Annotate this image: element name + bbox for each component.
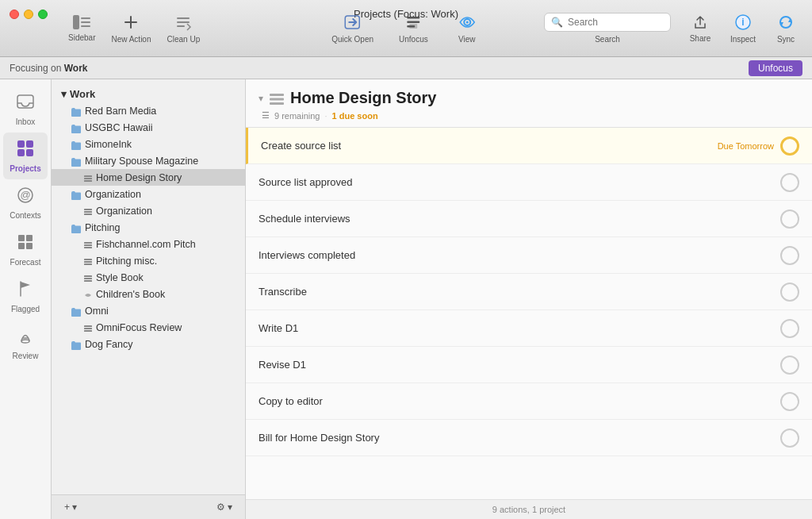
sidebar-button[interactable]: Sidebar — [62, 12, 102, 45]
tree-item-military[interactable]: Military Spouse Magazine — [52, 152, 245, 169]
clean-up-button[interactable]: Clean Up — [161, 10, 207, 47]
content-meta: ☰ 9 remaining · 1 due soon — [262, 110, 799, 121]
tree-item-dog-fancy[interactable]: Dog Fancy — [52, 336, 245, 352]
task-name: Copy to editor — [259, 395, 780, 407]
view-button[interactable]: View — [447, 10, 487, 47]
tree-item-work[interactable]: ▾ Work — [52, 86, 245, 102]
task-name: Source list approved — [259, 176, 780, 188]
folder-icon — [71, 338, 82, 350]
sync-button[interactable]: Sync — [766, 10, 806, 47]
svg-text:i: i — [741, 17, 744, 28]
task-complete-circle[interactable] — [780, 429, 799, 448]
task-name: Revise D1 — [259, 359, 780, 371]
collapse-button[interactable]: ▾ — [259, 93, 263, 104]
svg-point-15 — [465, 21, 468, 23]
svg-rect-8 — [177, 25, 185, 27]
tree-item-childrens-book[interactable]: Children's Book — [52, 286, 245, 302]
task-row-source-approved: Source list approved — [246, 164, 812, 201]
search-box[interactable]: 🔍 — [544, 13, 671, 32]
single-action-icon — [83, 288, 93, 300]
project-title: Home Design Story — [290, 89, 436, 107]
parallel-icon-4 — [83, 255, 93, 267]
inspect-icon: i — [734, 13, 752, 33]
maximize-button[interactable] — [38, 10, 48, 19]
search-toolbar-group: 🔍 Search — [538, 10, 677, 47]
view-icon — [458, 13, 476, 33]
inspect-button[interactable]: i Inspect — [723, 10, 763, 47]
clean-up-icon — [174, 13, 192, 33]
task-name: Write D1 — [259, 322, 780, 334]
svg-rect-47 — [84, 330, 92, 332]
unfocus-button[interactable]: Unfocus — [393, 10, 435, 47]
svg-rect-22 — [26, 149, 33, 156]
sidebar-item-contexts[interactable]: @ Contexts — [3, 179, 48, 226]
sidebar-item-review[interactable]: Review — [3, 320, 48, 367]
gear-button[interactable]: ⚙ ▾ — [212, 500, 237, 514]
tree-item-home-design[interactable]: Home Design Story — [52, 169, 245, 186]
share-button[interactable]: Share — [680, 11, 720, 46]
task-complete-circle[interactable] — [780, 356, 799, 375]
svg-rect-35 — [84, 213, 92, 215]
close-button[interactable] — [10, 10, 19, 19]
add-icon: + — [64, 502, 70, 513]
task-name: Transcribe — [259, 286, 780, 298]
project-settings-icon[interactable] — [270, 91, 284, 104]
unfocus-bar-button[interactable]: Unfocus — [749, 60, 802, 76]
task-complete-circle[interactable] — [780, 136, 799, 156]
unfocus-label: Unfocus — [399, 35, 428, 44]
task-complete-circle[interactable] — [780, 210, 799, 229]
svg-rect-28 — [26, 243, 33, 249]
task-row-interviews-completed: Interviews completed — [246, 237, 812, 274]
sidebar-item-projects[interactable]: Projects — [3, 133, 48, 179]
quick-open-button[interactable]: Quick Open — [325, 10, 380, 47]
task-complete-circle[interactable] — [780, 392, 799, 411]
gear-arrow: ▾ — [228, 502, 232, 513]
tree-item-fishchannel[interactable]: Fishchannel.com Pitch — [52, 236, 245, 252]
tree-item-style-book[interactable]: Style Book — [52, 269, 245, 286]
task-complete-circle[interactable] — [780, 319, 799, 338]
new-action-label: New Action — [111, 35, 151, 44]
task-name: Interviews completed — [259, 249, 780, 261]
tree-item-usgbc[interactable]: USGBC Hawaii — [52, 119, 245, 136]
sidebar-label: Sidebar — [68, 33, 95, 42]
new-action-button[interactable]: New Action — [105, 10, 157, 47]
task-complete-circle[interactable] — [780, 173, 799, 192]
search-icon: 🔍 — [551, 17, 563, 28]
main-layout: Inbox Projects @ Contexts — [0, 79, 812, 519]
focus-text: Focusing on Work — [10, 63, 88, 74]
task-complete-circle[interactable] — [780, 246, 799, 265]
svg-rect-13 — [409, 24, 417, 29]
tree-item-organization-item[interactable]: Organization — [52, 202, 245, 219]
sidebar-footer: + ▾ ⚙ ▾ — [52, 494, 245, 519]
svg-rect-11 — [407, 21, 419, 23]
task-name: Bill for Home Design Story — [259, 432, 780, 444]
minimize-button[interactable] — [24, 10, 33, 19]
svg-rect-49 — [270, 98, 284, 100]
tree-item-pitching[interactable]: Pitching — [52, 219, 245, 236]
share-label: Share — [690, 34, 711, 43]
task-complete-circle[interactable] — [780, 283, 799, 302]
task-row-create-source-list: Create source list Due Tomorrow — [246, 128, 812, 164]
svg-rect-5 — [130, 16, 132, 29]
sidebar-item-forecast[interactable]: Forecast — [3, 226, 48, 273]
tree-item-omni[interactable]: Omni — [52, 302, 245, 319]
svg-rect-36 — [84, 242, 92, 244]
search-input[interactable] — [568, 17, 664, 28]
add-button[interactable]: + ▾ — [59, 500, 82, 514]
tree-item-simone[interactable]: SimoneInk — [52, 136, 245, 152]
sidebar-item-inbox[interactable]: Inbox — [3, 86, 48, 133]
new-action-icon — [122, 13, 140, 33]
footer-text: 9 actions, 1 project — [492, 505, 565, 514]
tree-item-red-barn[interactable]: Red Barn Media — [52, 102, 245, 119]
svg-rect-40 — [84, 261, 92, 263]
tree-item-omnifocus[interactable]: OmniFocus Review — [52, 319, 245, 336]
sidebar-item-review-label: Review — [13, 352, 39, 360]
sidebar-item-flagged[interactable]: Flagged — [3, 273, 48, 320]
tree-item-organization-group[interactable]: Organization — [52, 186, 245, 202]
content-title-row: ▾ Home Design Story — [259, 89, 799, 107]
tree-item-pitching-misc[interactable]: Pitching misc. — [52, 252, 245, 269]
svg-rect-45 — [84, 325, 92, 327]
icon-sidebar: Inbox Projects @ Contexts — [0, 79, 52, 519]
inspect-label: Inspect — [730, 35, 756, 44]
svg-rect-32 — [84, 180, 92, 182]
